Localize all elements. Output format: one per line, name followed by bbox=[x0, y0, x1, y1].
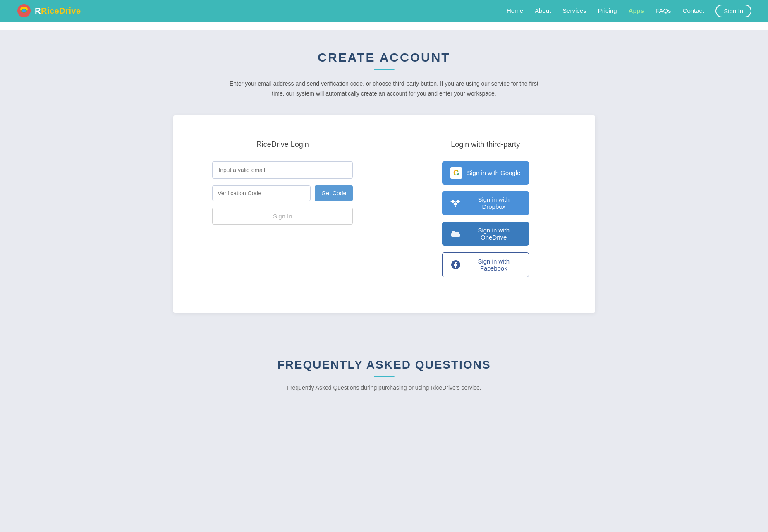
nav-services[interactable]: Services bbox=[562, 7, 586, 14]
navbar: RRiceDrive Home About Services Pricing A… bbox=[0, 0, 768, 22]
nav-signin-button[interactable]: Sign In bbox=[715, 5, 751, 17]
page-subtitle: Enter your email address and send verifi… bbox=[223, 79, 545, 99]
nav-about[interactable]: About bbox=[535, 7, 551, 14]
title-underline bbox=[374, 69, 395, 70]
faq-section: FREQUENTLY ASKED QUESTIONS Frequently As… bbox=[0, 338, 768, 407]
logo[interactable]: RRiceDrive bbox=[17, 3, 81, 18]
google-signin-button[interactable]: G Sign in with Google bbox=[442, 161, 529, 185]
facebook-signin-label: Sign in with Facebook bbox=[467, 258, 521, 272]
nav-links: Home About Services Pricing Apps FAQs Co… bbox=[507, 5, 751, 17]
third-party-title: Login with third-party bbox=[451, 140, 520, 149]
onedrive-signin-button[interactable]: Sign in with OneDrive bbox=[442, 222, 529, 246]
svg-point-4 bbox=[455, 206, 456, 207]
nav-home[interactable]: Home bbox=[507, 7, 523, 14]
ricedrive-login-title: RiceDrive Login bbox=[256, 140, 309, 149]
get-code-button[interactable]: Get Code bbox=[315, 185, 353, 201]
google-signin-label: Sign in with Google bbox=[467, 169, 520, 176]
verification-row: Get Code bbox=[212, 185, 353, 201]
right-panel: Login with third-party G Sign in with Go… bbox=[384, 136, 579, 288]
facebook-icon bbox=[450, 259, 462, 271]
page-title: CREATE ACCOUNT bbox=[8, 50, 760, 65]
google-icon: G bbox=[450, 167, 462, 179]
svg-point-3 bbox=[22, 9, 26, 12]
login-card: RiceDrive Login Get Code Sign In Login w… bbox=[173, 115, 595, 313]
nav-pricing[interactable]: Pricing bbox=[598, 7, 617, 14]
facebook-signin-button[interactable]: Sign in with Facebook bbox=[442, 252, 529, 277]
nav-contact[interactable]: Contact bbox=[683, 7, 704, 14]
verification-code-input[interactable] bbox=[212, 185, 311, 201]
sub-nav-bar bbox=[0, 22, 768, 30]
onedrive-icon bbox=[450, 228, 461, 240]
email-input[interactable] bbox=[212, 161, 353, 179]
faq-underline bbox=[374, 376, 395, 377]
dropbox-icon bbox=[450, 197, 461, 209]
dropbox-signin-button[interactable]: Sign in with Dropbox bbox=[442, 191, 529, 215]
onedrive-signin-label: Sign in with OneDrive bbox=[466, 227, 522, 241]
left-panel: RiceDrive Login Get Code Sign In bbox=[190, 136, 385, 288]
nav-faqs[interactable]: FAQs bbox=[656, 7, 671, 14]
logo-icon bbox=[17, 3, 31, 18]
nav-apps[interactable]: Apps bbox=[629, 7, 644, 14]
faq-subtitle: Frequently Asked Questions during purcha… bbox=[8, 384, 760, 391]
brand-name: RiceDrive bbox=[41, 6, 81, 15]
dropbox-signin-label: Sign in with Dropbox bbox=[466, 196, 522, 210]
brand-text: RRiceDrive bbox=[35, 6, 81, 16]
signin-main-button[interactable]: Sign In bbox=[212, 208, 353, 225]
faq-title: FREQUENTLY ASKED QUESTIONS bbox=[8, 358, 760, 371]
main-section: CREATE ACCOUNT Enter your email address … bbox=[0, 30, 768, 338]
